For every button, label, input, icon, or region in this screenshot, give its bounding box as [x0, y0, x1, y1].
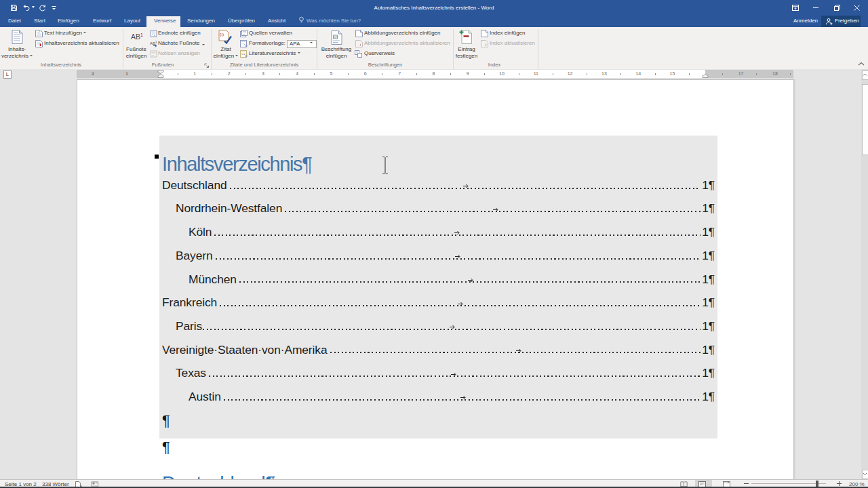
svg-text:(-): (-): [220, 33, 224, 37]
